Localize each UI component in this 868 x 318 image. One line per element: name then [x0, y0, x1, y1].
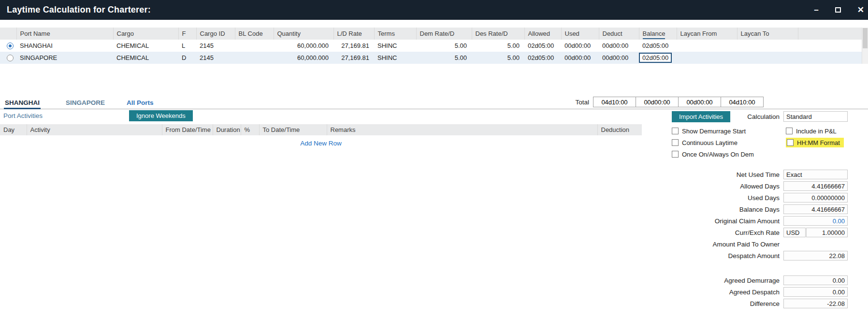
col-header-to-datetime[interactable]: To Date/Time	[259, 124, 327, 135]
tab-singapore[interactable]: SINGAPORE	[65, 99, 106, 109]
checkbox-once-on-always-on-dem[interactable]: Once On/Always On Dem	[672, 148, 754, 160]
tab-all-ports[interactable]: All Ports	[126, 99, 155, 109]
col-header-from-datetime[interactable]: From Date/Time	[162, 124, 213, 135]
amount-paid-to-owner-empty	[783, 239, 848, 249]
scrollbar-thumb[interactable]	[863, 28, 868, 48]
checkbox-icon[interactable]	[672, 139, 679, 146]
total-allowed: 04d10:00	[593, 97, 636, 107]
col-header-activity[interactable]: Activity	[27, 124, 162, 135]
field-label: Amount Paid To Owner	[668, 241, 780, 248]
add-new-row-link[interactable]: Add New Row	[0, 140, 642, 147]
col-header-duration[interactable]: Duration	[213, 124, 241, 135]
checkbox-column-left: Show Demurrage Start Continuous Laytime …	[672, 125, 754, 160]
net-used-time-select[interactable]: Exact	[783, 170, 848, 179]
checkbox-column-right: Include in P&L HH:MM Format	[786, 125, 844, 147]
col-header-cargo-id[interactable]: Cargo ID	[196, 28, 235, 40]
field-label: Difference	[668, 300, 780, 307]
checkbox-hhmm-format[interactable]: HH:MM Format	[786, 138, 844, 147]
checkbox-icon[interactable]	[787, 139, 794, 146]
col-header-quantity[interactable]: Quantity	[274, 28, 333, 40]
cell-dem-rate: 5.00	[416, 52, 472, 64]
titlebar: Laytime Calculation for Charterer: – ✕	[0, 0, 868, 20]
cell-cargo: CHEMICAL	[113, 40, 178, 52]
total-deduct: 00d00:00	[678, 97, 721, 107]
focused-balance-cell[interactable]: 02d05:00	[639, 53, 672, 63]
checkbox-icon[interactable]	[786, 128, 793, 134]
checkbox-include-in-pnl[interactable]: Include in P&L	[786, 125, 844, 137]
ports-header-row: Port Name Cargo F Cargo ID BL Code Quant…	[0, 28, 862, 40]
port-select-radio[interactable]	[7, 43, 14, 49]
col-header-laycan-from[interactable]: Laycan From	[677, 28, 737, 40]
col-header-laycan-to[interactable]: Laycan To	[737, 28, 798, 40]
radio-column-header	[0, 28, 16, 40]
radio-cell	[0, 40, 16, 52]
col-header-percent[interactable]: %	[241, 124, 259, 135]
col-header-ld-rate[interactable]: L/D Rate	[333, 28, 374, 40]
cell-des-rate: 5.00	[472, 40, 524, 52]
field-label: Original Claim Amount	[668, 217, 780, 225]
filler-column-header	[798, 28, 862, 40]
col-header-port-name[interactable]: Port Name	[16, 28, 113, 40]
activities-table: Day Activity From Date/Time Duration % T…	[0, 124, 642, 135]
balance-sort-indicator: Balance	[643, 30, 665, 39]
port-row-shanghai[interactable]: SHANGHAI CHEMICAL L 2145 60,000.000 27,1…	[0, 40, 862, 52]
field-label: Despatch Amount	[668, 252, 780, 260]
col-header-f[interactable]: F	[178, 28, 196, 40]
col-header-deduct[interactable]: Deduct	[599, 28, 639, 40]
close-icon[interactable]: ✕	[857, 6, 864, 14]
currency-select[interactable]: USD	[783, 228, 806, 237]
cell-cargo-id: 2145	[196, 52, 235, 64]
checkbox-show-demurrage-start[interactable]: Show Demurrage Start	[672, 125, 754, 137]
curr-exch-group: USD 1.00000	[783, 228, 848, 237]
calculation-select[interactable]: Standard	[783, 111, 848, 122]
cell-f: D	[178, 52, 196, 64]
maximize-icon[interactable]	[835, 6, 841, 14]
col-header-deduction[interactable]: Deduction	[597, 124, 642, 135]
col-header-balance[interactable]: Balance	[639, 28, 677, 40]
tab-shanghai[interactable]: SHANGHAI	[4, 99, 41, 109]
col-header-used[interactable]: Used	[561, 28, 599, 40]
col-header-remarks[interactable]: Remarks	[327, 124, 597, 135]
totals-row: Total 04d10:00 00d00:00 00d00:00 04d10:0…	[575, 97, 764, 107]
vertical-scrollbar[interactable]	[862, 28, 868, 64]
total-used: 00d00:00	[636, 97, 679, 107]
cell-quantity[interactable]: 60,000.000	[274, 40, 333, 52]
agreed-despatch-input[interactable]: 0.00	[783, 287, 848, 297]
used-days-value: 0.00000000	[783, 193, 848, 202]
cell-port-name: SINGAPORE	[16, 52, 113, 64]
field-balance-days: Balance Days 4.41666667	[668, 203, 848, 215]
checkbox-label: HH:MM Format	[797, 139, 840, 146]
exchange-rate-input[interactable]: 1.00000	[806, 228, 848, 237]
cell-quantity[interactable]: 60,000.000	[274, 52, 333, 64]
cell-bl-code	[235, 40, 274, 52]
cell-laycan-to	[737, 52, 798, 64]
field-allowed-days: Allowed Days 4.41666667	[668, 180, 848, 192]
total-balance: 04d10:00	[721, 97, 764, 107]
port-select-radio[interactable]	[7, 55, 14, 61]
col-header-dem-rate[interactable]: Dem Rate/D	[416, 28, 472, 40]
field-label: Net Used Time	[668, 171, 780, 178]
field-label: Agreed Despatch	[668, 289, 780, 296]
agreed-demurrage-input[interactable]: 0.00	[783, 275, 848, 285]
minimize-icon[interactable]: –	[814, 6, 818, 14]
cell-f: L	[178, 40, 196, 52]
col-header-bl-code[interactable]: BL Code	[235, 28, 274, 40]
col-header-day[interactable]: Day	[0, 124, 27, 135]
ignore-weekends-button[interactable]: Ignore Weekends	[129, 110, 193, 121]
col-header-cargo[interactable]: Cargo	[113, 28, 178, 40]
field-agreed-despatch: Agreed Despatch 0.00	[668, 286, 848, 298]
cell-deduct: 00d00:00	[599, 52, 639, 64]
checkbox-icon[interactable]	[672, 128, 679, 134]
col-header-des-rate[interactable]: Des Rate/D	[472, 28, 524, 40]
checkbox-icon[interactable]	[672, 151, 679, 158]
col-header-terms[interactable]: Terms	[374, 28, 416, 40]
port-row-singapore[interactable]: SINGAPORE CHEMICAL D 2145 60,000.000 27,…	[0, 52, 862, 64]
original-claim-amount-input[interactable]: 0.00	[783, 216, 848, 226]
field-original-claim-amount: Original Claim Amount 0.00	[668, 215, 848, 227]
checkbox-label: Once On/Always On Dem	[682, 151, 754, 158]
checkbox-continuous-laytime[interactable]: Continuous Laytime	[672, 137, 754, 148]
field-label: Agreed Demurrage	[668, 277, 780, 284]
import-activities-button[interactable]: Import Activities	[672, 111, 730, 122]
col-header-allowed[interactable]: Allowed	[524, 28, 561, 40]
checkbox-label: Show Demurrage Start	[682, 128, 746, 135]
